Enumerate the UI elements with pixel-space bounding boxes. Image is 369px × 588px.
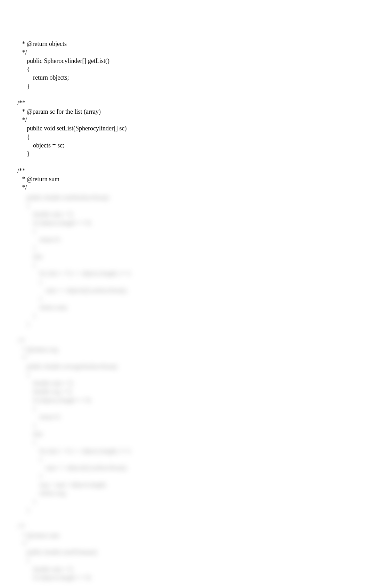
code-visible-section: * @return objects */ public Spherocylind… xyxy=(17,31,352,192)
code-line: * @return sum xyxy=(17,176,59,183)
code-blurred-section: public double totalSurfaceArea() { doubl… xyxy=(17,193,352,582)
code-line: } xyxy=(17,150,30,157)
code-line: { xyxy=(17,66,30,73)
code-line: */ xyxy=(17,49,27,56)
code-line: } xyxy=(17,83,30,90)
code-line: { xyxy=(17,134,30,140)
code-line: return objects; xyxy=(17,74,69,81)
code-line: */ xyxy=(17,116,27,123)
code-line: */ xyxy=(17,184,27,191)
code-line: * @return objects xyxy=(17,40,67,47)
code-line: * @param sc for the list (array) xyxy=(17,108,101,115)
code-line: /** xyxy=(17,167,25,174)
code-line: objects = sc; xyxy=(17,142,64,149)
code-line: public void setList(Spherocylinder[] sc) xyxy=(17,125,126,132)
code-line: public Spherocylinder[] getList() xyxy=(17,57,109,64)
code-line: /** xyxy=(17,99,25,106)
